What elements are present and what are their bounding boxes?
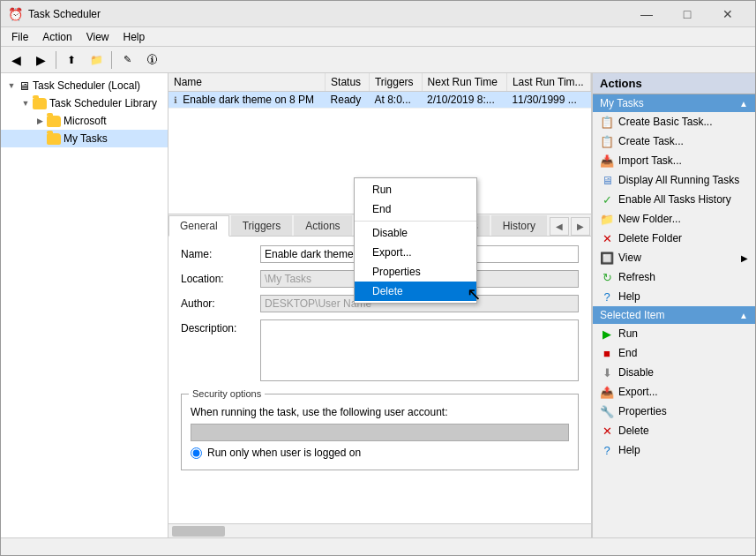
action-import[interactable]: 📥 Import Task... [593, 151, 755, 170]
delete-folder-icon: ✕ [600, 231, 614, 245]
minimize-button[interactable]: — [626, 1, 667, 27]
toolbar-help[interactable]: 🛈 [140, 49, 163, 71]
window-title: Task Scheduler [28, 8, 101, 20]
label-location: Location: [181, 270, 260, 285]
action-new-folder[interactable]: 📁 New Folder... [593, 209, 755, 229]
tree-label-mytasks: My Tasks [64, 132, 108, 145]
action-delete-folder[interactable]: ✕ Delete Folder [593, 229, 755, 248]
col-status[interactable]: Status [326, 73, 370, 92]
context-menu-end[interactable]: End [355, 199, 476, 219]
action-label-properties: Properties [618, 405, 667, 417]
col-triggers[interactable]: Triggers [369, 73, 422, 92]
chevron-up-mytasks: ▲ [739, 99, 748, 109]
tree-panel: ▼ 🖥 Task Scheduler (Local) ▼ Task Schedu… [1, 73, 168, 537]
action-label-run: Run [618, 327, 638, 340]
computer-icon: 🖥 [19, 79, 30, 93]
context-menu-properties[interactable]: Properties [355, 262, 476, 282]
action-label-refresh: Refresh [618, 271, 655, 283]
toolbar-up[interactable]: ⬆ [60, 49, 83, 71]
action-create-task[interactable]: 📋 Create Task... [593, 131, 755, 151]
expand-icon-root: ▼ [4, 79, 19, 93]
run-icon: ▶ [600, 327, 614, 341]
section-header-selected[interactable]: Selected Item ▲ [593, 306, 755, 324]
action-label-display-running: Display All Running Tasks [618, 174, 739, 186]
chevron-up-selected: ▲ [739, 311, 748, 320]
tab-scroll-right[interactable]: ▶ [571, 217, 590, 236]
label-author: Author: [181, 295, 260, 310]
action-disable[interactable]: ⬇ Disable [593, 363, 755, 382]
menu-help[interactable]: Help [116, 29, 153, 45]
col-next-run[interactable]: Next Run Time [422, 73, 506, 92]
menu-file[interactable]: File [4, 29, 35, 45]
cell-name: ℹ Enable dark theme on 8 PM [168, 92, 326, 109]
radio-logged-on[interactable] [191, 447, 202, 459]
hscroll-bar[interactable] [168, 523, 591, 537]
tree-item-root[interactable]: ▼ 🖥 Task Scheduler (Local) [1, 77, 168, 94]
action-enable-history[interactable]: ✓ Enable All Tasks History [593, 190, 755, 209]
tree-item-mytasks[interactable]: My Tasks [1, 130, 168, 147]
toolbar-folder[interactable]: 📁 [85, 49, 108, 71]
action-export[interactable]: 📤 Export... [593, 382, 755, 402]
tab-actions[interactable]: Actions [294, 215, 351, 236]
tree-label-microsoft: Microsoft [64, 115, 107, 127]
menu-action[interactable]: Action [35, 29, 79, 45]
action-view[interactable]: 🔲 View ▶ [593, 248, 755, 267]
table-row[interactable]: ℹ Enable dark theme on 8 PM Ready At 8:0… [168, 92, 591, 109]
context-menu-disable[interactable]: Disable [355, 223, 476, 243]
action-label-enable-history: Enable All Tasks History [618, 193, 731, 206]
security-label: When running the task, use the following… [191, 406, 569, 418]
hscroll-thumb[interactable] [172, 526, 225, 537]
task-icon-create-basic: 📋 [600, 115, 614, 129]
end-icon: ■ [600, 346, 614, 360]
col-name[interactable]: Name [168, 73, 326, 92]
tab-history[interactable]: History [491, 215, 547, 236]
action-refresh[interactable]: ↻ Refresh [593, 267, 755, 287]
action-create-basic[interactable]: 📋 Create Basic Task... [593, 112, 755, 131]
action-delete[interactable]: ✕ Delete [593, 421, 755, 440]
view-arrow-icon: ▶ [741, 253, 748, 263]
action-run[interactable]: ▶ Run [593, 324, 755, 343]
folder-icon-microsoft [47, 116, 61, 127]
tab-triggers[interactable]: Triggers [231, 215, 293, 236]
context-menu-delete[interactable]: Delete [355, 282, 476, 301]
help-icon-selected: ? [600, 443, 614, 457]
action-label-import: Import Task... [618, 154, 682, 167]
security-legend: Security options [189, 388, 265, 399]
close-button[interactable]: ✕ [707, 1, 748, 27]
view-icon: 🔲 [600, 251, 614, 265]
textarea-description[interactable] [260, 319, 579, 381]
cell-status: Ready [326, 92, 370, 109]
col-last-run[interactable]: Last Run Tim... [506, 73, 590, 92]
delete-icon: ✕ [600, 424, 614, 438]
export-icon: 📤 [600, 385, 614, 399]
toolbar: ◀ ▶ ⬆ 📁 ✎ 🛈 [1, 47, 755, 73]
tree-item-library[interactable]: ▼ Task Scheduler Library [1, 94, 168, 112]
section-header-mytasks[interactable]: My Tasks ▲ [593, 94, 755, 112]
menubar: File Action View Help [1, 27, 755, 47]
action-label-disable: Disable [618, 366, 654, 379]
tab-general[interactable]: General [168, 215, 229, 237]
toolbar-properties[interactable]: ✎ [116, 49, 138, 71]
menu-view[interactable]: View [79, 29, 116, 45]
action-label-create-basic: Create Basic Task... [618, 116, 713, 128]
action-help-my-tasks[interactable]: ? Help [593, 287, 755, 306]
tab-scroll-left[interactable]: ◀ [550, 217, 569, 236]
action-display-running[interactable]: 🖥 Display All Running Tasks [593, 170, 755, 190]
action-label-create-task: Create Task... [618, 135, 684, 147]
form-row-description: Description: [181, 319, 579, 381]
display-icon: 🖥 [600, 173, 614, 187]
action-end[interactable]: ■ End [593, 343, 755, 363]
context-menu-export[interactable]: Export... [355, 243, 476, 262]
action-help-selected[interactable]: ? Help [593, 440, 755, 460]
action-label-export: Export... [618, 386, 658, 398]
cell-next-run: 2/10/2019 8:... [422, 92, 506, 109]
action-properties[interactable]: 🔧 Properties [593, 402, 755, 421]
context-menu-run[interactable]: Run [355, 180, 476, 199]
maximize-button[interactable]: □ [667, 1, 707, 27]
tree-item-microsoft[interactable]: ▶ Microsoft [1, 112, 168, 130]
security-section: Security options When running the task, … [181, 388, 579, 470]
toolbar-back[interactable]: ◀ [4, 49, 27, 71]
toolbar-forward[interactable]: ▶ [29, 49, 52, 71]
folder-icon-library [33, 98, 47, 109]
user-account-box[interactable] [191, 424, 569, 441]
